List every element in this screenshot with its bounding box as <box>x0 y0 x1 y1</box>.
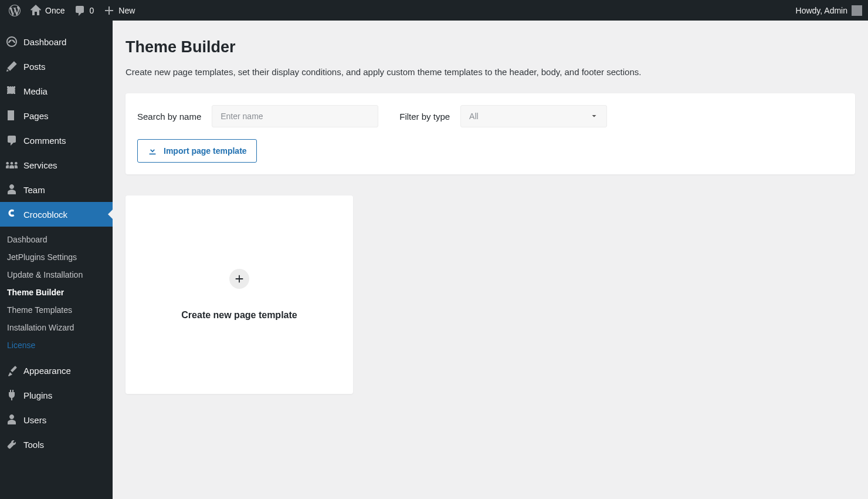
menu-label: Tools <box>23 440 44 450</box>
import-button[interactable]: Import page template <box>137 139 257 163</box>
filter-type-select[interactable]: All <box>460 105 607 127</box>
menu-label: Appearance <box>23 366 71 376</box>
new-label: New <box>118 6 135 15</box>
comments-link[interactable]: 0 <box>69 0 99 21</box>
submenu-installation-wizard[interactable]: Installation Wizard <box>0 319 113 336</box>
submenu-theme-templates[interactable]: Theme Templates <box>0 301 113 319</box>
filter-type-value: All <box>469 112 479 121</box>
menu-label: Dashboard <box>23 37 66 47</box>
posts-icon <box>6 60 18 72</box>
menu-team[interactable]: Team <box>0 177 113 202</box>
site-link[interactable]: Once <box>25 0 69 21</box>
plus-icon <box>229 269 249 289</box>
menu-posts[interactable]: Posts <box>0 54 113 79</box>
filter-panel: Search by name Filter by type All Import… <box>126 93 855 174</box>
submenu-theme-builder[interactable]: Theme Builder <box>0 284 113 301</box>
menu-label: Media <box>23 86 48 96</box>
create-template-label: Create new page template <box>181 310 297 321</box>
users-icon <box>6 414 18 426</box>
menu-label: Crocoblock <box>23 210 67 220</box>
wordpress-icon <box>9 5 21 16</box>
submenu-dashboard[interactable]: Dashboard <box>0 231 113 248</box>
create-template-card[interactable]: Create new page template <box>126 195 353 394</box>
submenu-license[interactable]: License <box>0 336 113 354</box>
import-label: Import page template <box>164 146 247 156</box>
admin-sidebar: Dashboard Posts Media Pages Comments Ser… <box>0 21 113 499</box>
menu-label: Users <box>23 415 46 425</box>
services-icon <box>6 159 18 171</box>
menu-users[interactable]: Users <box>0 407 113 432</box>
menu-appearance[interactable]: Appearance <box>0 358 113 383</box>
menu-dashboard[interactable]: Dashboard <box>0 29 113 54</box>
adminbar: Once 0 New Howdy, Admin <box>0 0 868 21</box>
menu-crocoblock[interactable]: Crocoblock <box>0 202 113 227</box>
submenu: Dashboard JetPlugins Settings Update & I… <box>0 227 113 358</box>
comments-count: 0 <box>89 6 94 15</box>
content-area: Theme Builder Create new page templates,… <box>113 21 868 499</box>
wp-logo[interactable] <box>4 0 25 21</box>
comment-icon <box>74 5 86 16</box>
search-input[interactable] <box>212 105 378 127</box>
menu-label: Team <box>23 185 45 195</box>
menu-plugins[interactable]: Plugins <box>0 383 113 407</box>
menu-label: Comments <box>23 136 66 146</box>
pages-icon <box>6 110 18 122</box>
dashboard-icon <box>6 36 18 48</box>
howdy-text: Howdy, Admin <box>796 6 847 15</box>
menu-comments[interactable]: Comments <box>0 128 113 153</box>
plugins-icon <box>6 389 18 401</box>
menu-label: Pages <box>23 111 49 121</box>
account-link[interactable]: Howdy, Admin <box>796 5 862 16</box>
crocoblock-icon <box>6 208 18 220</box>
menu-pages[interactable]: Pages <box>0 103 113 128</box>
menu-label: Plugins <box>23 390 52 400</box>
submenu-update[interactable]: Update & Installation <box>0 266 113 284</box>
search-label: Search by name <box>137 112 201 122</box>
menu-label: Posts <box>23 62 46 72</box>
page-description: Create new page templates, set their dis… <box>126 67 855 77</box>
menu-tools[interactable]: Tools <box>0 432 113 457</box>
filter-type-label: Filter by type <box>399 112 450 122</box>
submenu-jetplugins[interactable]: JetPlugins Settings <box>0 248 113 266</box>
menu-label: Services <box>23 160 57 170</box>
tools-icon <box>6 439 18 450</box>
download-icon <box>147 146 158 156</box>
menu-services[interactable]: Services <box>0 153 113 177</box>
plus-icon <box>103 5 115 16</box>
new-link[interactable]: New <box>99 0 140 21</box>
home-icon <box>30 5 42 16</box>
media-icon <box>6 85 18 97</box>
menu-media[interactable]: Media <box>0 79 113 103</box>
appearance-icon <box>6 365 18 376</box>
page-title: Theme Builder <box>126 38 855 56</box>
chevron-down-icon <box>590 112 598 120</box>
site-name: Once <box>45 6 65 15</box>
avatar <box>852 5 862 16</box>
team-icon <box>6 184 18 195</box>
comments-icon <box>6 134 18 146</box>
templates-grid: Create new page template <box>126 195 855 394</box>
